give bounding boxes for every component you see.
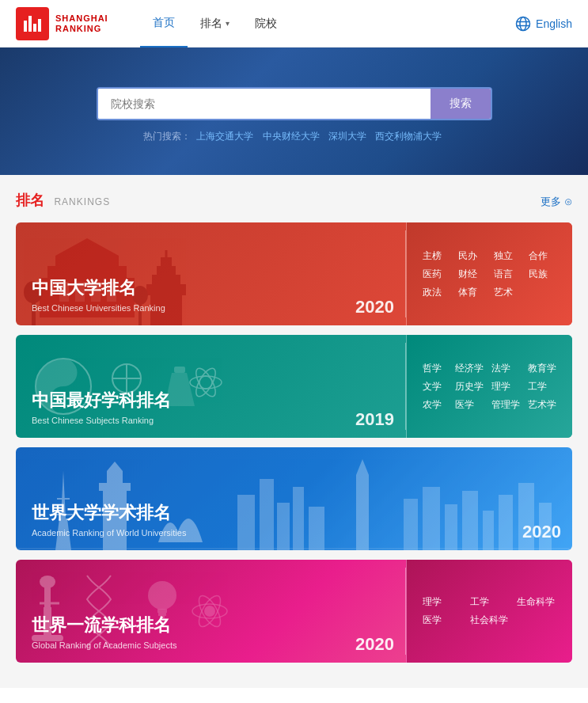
tag-2-3[interactable]: 教育学	[528, 362, 556, 375]
nav-schools[interactable]: 院校	[242, 0, 290, 48]
svg-marker-39	[107, 462, 123, 471]
tags-grid-4: 理学 工学 生命科学 医学 社会科学	[423, 595, 556, 627]
tag-4-0[interactable]: 理学	[423, 595, 462, 609]
search-input[interactable]	[98, 89, 431, 119]
svg-rect-58	[44, 583, 51, 609]
svg-rect-16	[161, 257, 172, 268]
svg-rect-15	[157, 266, 176, 276]
card-right-1: 主榜 民办 独立 合作 医药 财经 语言 民族 政法 体育 艺术	[406, 222, 572, 325]
more-link[interactable]: 更多 ⊙	[541, 195, 572, 209]
tag-4-4[interactable]: 社会科学	[470, 614, 510, 627]
section-header: 排名 RANKINGS 更多 ⊙	[16, 191, 572, 210]
tag-2-5[interactable]: 历史学	[455, 380, 484, 393]
rankings-section: 排名 RANKINGS 更多 ⊙	[0, 175, 588, 688]
logo-icon	[16, 7, 49, 40]
svg-rect-62	[157, 609, 167, 613]
hero-section: 搜索 热门搜索： 上海交通大学 中央财经大学 深圳大学 西交利物浦大学	[0, 48, 588, 175]
card-left-world: 世界大学学术排名 Academic Ranking of World Unive…	[16, 447, 572, 550]
card-world-universities[interactable]: 世界大学学术排名 Academic Ranking of World Unive…	[16, 447, 572, 550]
card-title-zh-2: 中国最好学科排名	[32, 389, 389, 412]
svg-point-29	[190, 376, 222, 389]
section-title: 排名	[16, 192, 44, 208]
card-global-subjects[interactable]: 世界一流学科排名 Global Ranking of Academic Subj…	[16, 560, 572, 663]
svg-rect-26	[174, 367, 185, 373]
card-chinese-universities[interactable]: 中国大学排名 Best Chinese Universities Ranking…	[16, 222, 572, 325]
tag-1-0[interactable]: 主榜	[423, 249, 450, 263]
card-right-2: 哲学 经济学 法学 教育学 文学 历史学 理学 工学 农学 医学 管理学 艺术学	[406, 335, 572, 438]
tag-1-7[interactable]: 民族	[529, 268, 556, 281]
svg-point-0	[517, 17, 530, 30]
hot-label: 热门搜索：	[143, 131, 191, 142]
card-title-zh-1: 中国大学排名	[32, 276, 389, 300]
section-title-group: 排名 RANKINGS	[16, 191, 110, 210]
svg-marker-7	[55, 238, 119, 256]
svg-point-1	[520, 17, 526, 30]
nav-rankings[interactable]: 排名 ▾	[188, 0, 242, 48]
logo-brand-top: SHANGHAI	[55, 13, 108, 23]
tags-grid-2: 哲学 经济学 法学 教育学 文学 历史学 理学 工学 农学 医学 管理学 艺术学	[423, 362, 556, 412]
card-left-global: 世界一流学科排名 Global Ranking of Academic Subj…	[16, 560, 405, 663]
card-chinese-subjects[interactable]: 中国最好学科排名 Best Chinese Subjects Ranking 2…	[16, 335, 572, 438]
search-bar: 搜索	[97, 87, 492, 120]
tag-1-4[interactable]: 医药	[423, 268, 450, 281]
tag-1-1[interactable]: 民办	[458, 249, 486, 263]
svg-point-59	[40, 576, 55, 588]
globe-icon	[515, 16, 531, 32]
nav-home[interactable]: 首页	[140, 0, 188, 48]
svg-rect-37	[99, 483, 131, 491]
tag-1-5[interactable]: 财经	[458, 268, 486, 281]
tag-4-3[interactable]: 医学	[423, 614, 462, 627]
tag-4-1[interactable]: 工学	[470, 595, 510, 609]
main-nav: 首页 排名 ▾ 院校	[140, 0, 515, 48]
card-left-universities: 中国大学排名 Best Chinese Universities Ranking…	[16, 222, 405, 325]
tag-2-0[interactable]: 哲学	[423, 362, 447, 375]
card-title-en-4: Global Ranking of Academic Subjects	[32, 640, 389, 650]
tag-2-6[interactable]: 理学	[491, 380, 520, 393]
logo-bars	[24, 16, 41, 32]
tag-2-10[interactable]: 管理学	[491, 398, 520, 412]
svg-marker-46	[356, 459, 369, 475]
chevron-down-icon: ▾	[226, 19, 230, 28]
svg-point-28	[199, 376, 212, 389]
card-right-4: 理学 工学 生命科学 医学 社会科学	[406, 560, 572, 663]
card-title-zh-4: 世界一流学科排名	[32, 614, 389, 637]
hot-item-2[interactable]: 中央财经大学	[263, 131, 320, 142]
card-title-en-1: Best Chinese Universities Ranking	[32, 303, 389, 313]
hot-item-1[interactable]: 上海交通大学	[196, 131, 253, 142]
header: SHANGHAI RANKING 首页 排名 ▾ 院校 English	[0, 0, 588, 48]
tag-2-8[interactable]: 农学	[423, 398, 447, 412]
card-title-en-3: Academic Ranking of World Universities	[32, 528, 556, 538]
card-left-subjects: 中国最好学科排名 Best Chinese Subjects Ranking 2…	[16, 335, 405, 438]
tag-1-9[interactable]: 体育	[458, 286, 486, 299]
tags-grid-1: 主榜 民办 独立 合作 医药 财经 语言 民族 政法 体育 艺术	[423, 249, 556, 299]
hot-item-4[interactable]: 西交利物浦大学	[375, 131, 442, 142]
logo-text: SHANGHAI RANKING	[55, 13, 108, 32]
tag-2-4[interactable]: 文学	[423, 380, 447, 393]
section-subtitle: RANKINGS	[54, 196, 110, 207]
tag-2-7[interactable]: 工学	[528, 380, 556, 393]
language-label: English	[536, 17, 572, 30]
search-button[interactable]: 搜索	[431, 89, 491, 119]
svg-rect-38	[107, 471, 123, 484]
language-switcher[interactable]: English	[515, 16, 572, 32]
hot-item-3[interactable]: 深圳大学	[328, 131, 366, 142]
logo-brand-bot: RANKING	[55, 24, 108, 33]
tag-1-3[interactable]: 合作	[529, 249, 556, 263]
tag-2-2[interactable]: 法学	[491, 362, 520, 375]
tag-2-1[interactable]: 经济学	[455, 362, 484, 375]
hot-searches: 热门搜索： 上海交通大学 中央财经大学 深圳大学 西交利物浦大学	[143, 130, 445, 143]
card-title-en-2: Best Chinese Subjects Ranking	[32, 416, 389, 425]
svg-rect-6	[55, 256, 119, 268]
logo[interactable]: SHANGHAI RANKING	[16, 7, 108, 40]
tag-2-11[interactable]: 艺术学	[528, 398, 556, 412]
tag-1-6[interactable]: 语言	[494, 268, 522, 281]
svg-point-61	[148, 581, 176, 610]
tag-1-10[interactable]: 艺术	[494, 286, 522, 299]
card-title-zh-3: 世界大学学术排名	[32, 501, 556, 525]
tag-1-2[interactable]: 独立	[494, 249, 522, 263]
tag-1-8[interactable]: 政法	[423, 286, 450, 299]
tag-4-2[interactable]: 生命科学	[517, 595, 556, 609]
tag-2-9[interactable]: 医学	[455, 398, 484, 412]
